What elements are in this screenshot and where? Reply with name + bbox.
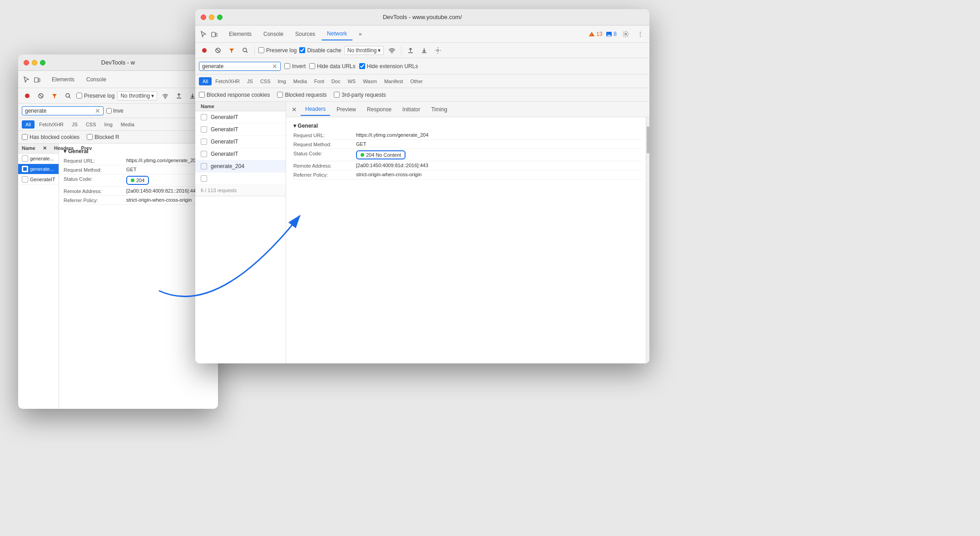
back-invert-checkbox[interactable] bbox=[106, 108, 112, 114]
front-autocomplete-item-5[interactable]: generate_204 bbox=[195, 160, 286, 173]
front-filter-wasm[interactable]: Wasm bbox=[359, 77, 381, 85]
back-filter-img[interactable]: Img bbox=[101, 120, 116, 129]
front-gear-icon[interactable] bbox=[432, 45, 443, 56]
front-invert-label[interactable]: Invert bbox=[284, 63, 306, 69]
back-maximize-button[interactable] bbox=[40, 60, 45, 65]
back-search-clear[interactable]: ✕ bbox=[95, 108, 100, 114]
back-record-button[interactable] bbox=[22, 90, 33, 101]
back-wifi-icon[interactable] bbox=[160, 90, 171, 101]
front-upload-icon[interactable] bbox=[405, 45, 416, 56]
front-clear-button[interactable] bbox=[213, 45, 223, 56]
front-general-header[interactable]: ▾ General bbox=[293, 121, 642, 131]
front-blocked-requests-checkbox[interactable] bbox=[277, 92, 283, 98]
back-search-input[interactable] bbox=[25, 108, 93, 114]
back-clear-button[interactable] bbox=[35, 90, 46, 101]
front-preserve-log-checkbox[interactable] bbox=[258, 47, 264, 53]
front-disable-cache-label[interactable]: Disable cache bbox=[299, 47, 341, 54]
front-tab-headers[interactable]: Headers bbox=[301, 103, 330, 116]
front-blocked-requests-label[interactable]: Blocked requests bbox=[277, 92, 327, 98]
back-blocked-requests-label[interactable]: Blocked R bbox=[87, 134, 119, 140]
front-autocomplete-item-3[interactable]: GenerateIT bbox=[195, 136, 286, 148]
front-scroll-thumb[interactable] bbox=[647, 126, 649, 154]
front-tab-initiator[interactable]: Initiator bbox=[398, 104, 425, 115]
back-request-item-1[interactable]: generate... bbox=[18, 154, 59, 164]
front-wifi-icon[interactable] bbox=[386, 45, 397, 56]
front-throttle-select[interactable]: No throttling ▾ bbox=[344, 46, 384, 55]
front-filter-media[interactable]: Media bbox=[290, 77, 311, 85]
front-tab-preview[interactable]: Preview bbox=[332, 104, 361, 115]
front-close-button[interactable] bbox=[201, 15, 206, 20]
front-tab-network[interactable]: Network bbox=[322, 28, 352, 40]
front-tab-response[interactable]: Response bbox=[362, 104, 396, 115]
front-invert-checkbox[interactable] bbox=[284, 63, 290, 69]
back-filter-media[interactable]: Media bbox=[117, 120, 138, 129]
back-tab-elements[interactable]: Elements bbox=[46, 74, 80, 85]
front-filter-other[interactable]: Other bbox=[406, 77, 426, 85]
front-filter-font[interactable]: Font bbox=[311, 77, 328, 85]
front-more-icon[interactable]: ⋮ bbox=[635, 29, 646, 40]
back-upload-icon[interactable] bbox=[173, 90, 184, 101]
front-filter-ws[interactable]: WS bbox=[344, 77, 359, 85]
front-autocomplete-item-2[interactable]: GenerateIT bbox=[195, 124, 286, 136]
front-search-button[interactable] bbox=[240, 45, 251, 56]
front-detail-close[interactable]: ✕ bbox=[290, 105, 299, 114]
back-throttle-select[interactable]: No throttling ▾ bbox=[117, 91, 157, 100]
front-autocomplete-item-4[interactable]: GenerateIT bbox=[195, 148, 286, 160]
front-download-icon[interactable] bbox=[419, 45, 430, 56]
back-tab-console[interactable]: Console bbox=[81, 74, 112, 85]
front-scrollbar[interactable] bbox=[646, 117, 649, 363]
front-filter-img[interactable]: Img bbox=[274, 77, 290, 85]
back-invert-label[interactable]: Inve bbox=[106, 108, 124, 114]
front-autocomplete-item-1[interactable]: GenerateIT bbox=[195, 111, 286, 124]
back-search-button[interactable] bbox=[63, 90, 74, 101]
front-filter-doc[interactable]: Doc bbox=[328, 77, 344, 85]
front-blocked-response-checkbox[interactable] bbox=[199, 92, 205, 98]
front-filter-fetch[interactable]: Fetch/XHR bbox=[212, 77, 243, 85]
front-tab-more[interactable]: » bbox=[353, 28, 367, 40]
front-tab-elements[interactable]: Elements bbox=[223, 28, 257, 40]
front-hide-data-label[interactable]: Hide data URLs bbox=[309, 63, 356, 69]
front-filter-js[interactable]: JS bbox=[243, 77, 257, 85]
back-filter-js[interactable]: JS bbox=[68, 120, 81, 129]
back-preserve-log-checkbox[interactable] bbox=[76, 93, 82, 99]
back-search-box[interactable]: ✕ bbox=[22, 106, 104, 115]
front-maximize-button[interactable] bbox=[217, 15, 223, 20]
back-request-item-3[interactable]: GenerateIT bbox=[18, 174, 59, 185]
back-filter-css[interactable]: CSS bbox=[82, 120, 100, 129]
front-blocked-response-label[interactable]: Blocked response cookies bbox=[199, 92, 270, 98]
back-minimize-button[interactable] bbox=[32, 60, 37, 65]
back-general-header[interactable]: ▾ General bbox=[64, 146, 213, 156]
back-filter-fetch[interactable]: Fetch/XHR bbox=[35, 120, 67, 129]
front-cursor-icon[interactable] bbox=[199, 30, 208, 39]
front-hide-ext-checkbox[interactable] bbox=[359, 63, 365, 69]
back-blocked-cookies-label[interactable]: Has blocked cookies bbox=[22, 134, 79, 140]
front-filter-button[interactable] bbox=[226, 45, 237, 56]
front-minimize-button[interactable] bbox=[209, 15, 214, 20]
back-preserve-log-label[interactable]: Preserve log bbox=[76, 93, 114, 99]
back-col-x[interactable]: ✕ bbox=[43, 145, 47, 151]
back-filter-button[interactable] bbox=[49, 90, 60, 101]
front-third-party-checkbox[interactable] bbox=[334, 92, 340, 98]
front-settings-icon[interactable] bbox=[620, 29, 631, 40]
front-search-input[interactable] bbox=[202, 63, 270, 69]
back-request-item-2[interactable]: generate... bbox=[18, 164, 59, 174]
front-hide-data-checkbox[interactable] bbox=[309, 63, 315, 69]
back-close-button[interactable] bbox=[24, 60, 29, 65]
front-search-box[interactable]: ✕ bbox=[199, 62, 281, 71]
back-device-icon[interactable] bbox=[33, 75, 42, 84]
front-disable-cache-checkbox[interactable] bbox=[299, 47, 305, 53]
front-autocomplete-item-6[interactable] bbox=[195, 173, 286, 185]
back-filter-all[interactable]: All bbox=[22, 120, 35, 129]
front-device-icon[interactable] bbox=[210, 30, 219, 39]
front-filter-all[interactable]: All bbox=[199, 77, 212, 85]
front-record-button[interactable] bbox=[199, 45, 210, 56]
front-hide-ext-label[interactable]: Hide extension URLs bbox=[359, 63, 418, 69]
back-blocked-requests-checkbox[interactable] bbox=[87, 134, 93, 140]
front-tab-sources[interactable]: Sources bbox=[290, 28, 321, 40]
back-cursor-icon[interactable] bbox=[22, 75, 31, 84]
front-tab-console[interactable]: Console bbox=[258, 28, 289, 40]
front-preserve-log-label[interactable]: Preserve log bbox=[258, 47, 297, 54]
front-filter-manifest[interactable]: Manifest bbox=[381, 77, 407, 85]
front-search-clear[interactable]: ✕ bbox=[272, 63, 277, 69]
front-third-party-label[interactable]: 3rd-party requests bbox=[334, 92, 386, 98]
